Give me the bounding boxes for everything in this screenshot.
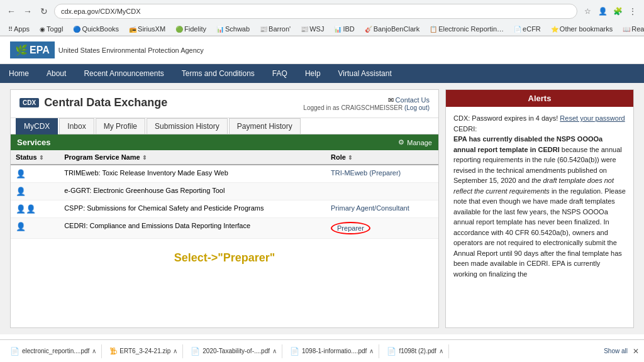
bookmark-label: Fidelity (184, 25, 206, 33)
bookmark-icon: 📻 (129, 26, 136, 33)
download-item[interactable]: 🗜ERT6_3-24-21.zip∧ (104, 344, 183, 358)
profile-button[interactable]: 👤 (596, 5, 609, 18)
extensions-button[interactable]: 🧩 (611, 5, 624, 18)
table-row: 👤CEDRI: Compliance and Emissions Data Re… (11, 218, 438, 239)
download-item[interactable]: 📄1098-1-informatio....pdf∧ (285, 344, 379, 358)
role-link[interactable]: Preparer (331, 224, 370, 232)
more-button[interactable]: ⋮ (626, 5, 639, 18)
bookmark-icon: 📋 (430, 26, 437, 33)
bookmark-item[interactable]: 📊IBD (331, 24, 357, 34)
status-cell: 👤 (11, 183, 59, 200)
page-content: 🌿 EPA United States Environmental Protec… (0, 36, 644, 361)
download-item[interactable]: 📄f1098t (2).pdf∧ (382, 344, 448, 358)
role-cell[interactable] (326, 183, 438, 200)
nav-item[interactable]: Home (0, 64, 38, 83)
program-name-cell: CSPP: Submissions for Chemical Safety an… (59, 200, 326, 218)
download-item[interactable]: 📄electronic_reportin....pdf∧ (5, 344, 102, 358)
download-bar: 📄electronic_reportin....pdf∧🗜ERT6_3-24-2… (0, 339, 644, 362)
table-row: 👤👤CSPP: Submissions for Chemical Safety … (11, 200, 438, 218)
bookmark-item[interactable]: ◉Toggl (36, 24, 66, 34)
bookmark-icon: 🎸 (365, 26, 372, 33)
bookmark-label: QuickBooks (82, 25, 119, 33)
bookmark-item[interactable]: 🟢Fidelity (172, 24, 209, 34)
gear-icon: ⚙ (398, 138, 404, 146)
tab-payment-history[interactable]: Payment History (229, 118, 301, 134)
download-filename: electronic_reportin....pdf (22, 348, 89, 354)
bookmark-item[interactable]: 📊Schwab (213, 24, 253, 34)
show-all-downloads-button[interactable]: Show all (604, 348, 628, 354)
role-sort-icon: ⇕ (348, 155, 353, 161)
download-chevron-button[interactable]: ∧ (439, 348, 443, 354)
program-col-header[interactable]: Program Service Name ⇕ (59, 150, 326, 165)
address-bar[interactable] (54, 4, 577, 19)
role-header-label: Role (331, 153, 346, 161)
bookmark-item[interactable]: 🎸BanjoBenClark (362, 24, 423, 34)
bookmark-label: IBD (343, 25, 354, 33)
nav-item[interactable]: Virtual Assistant (330, 64, 401, 83)
reset-password-link[interactable]: Reset your password (560, 114, 625, 122)
tab-my-profile[interactable]: My Profile (96, 118, 145, 134)
nav-item[interactable]: About (38, 64, 75, 83)
log-out-link[interactable]: (Log out) (404, 104, 430, 111)
epa-header: 🌿 EPA United States Environmental Protec… (0, 36, 644, 64)
logged-in-info: Logged in as CRAIGSCHMEISSER (Log out) (303, 104, 430, 111)
forward-button[interactable]: → (21, 5, 34, 18)
nav-item[interactable]: FAQ (264, 64, 296, 83)
bookmark-item[interactable]: ⭐Other bookmarks (548, 24, 616, 34)
role-col-header[interactable]: Role ⇕ (326, 150, 438, 165)
bookmark-item[interactable]: 📖Reading list (619, 24, 644, 34)
back-button[interactable]: ← (5, 5, 18, 18)
status-icon: 👤 (16, 169, 26, 178)
download-chevron-button[interactable]: ∧ (173, 348, 177, 354)
bookmark-item[interactable]: 📰WSJ (297, 24, 327, 34)
nav-item[interactable]: Help (296, 64, 330, 83)
tab-submission-history[interactable]: Submission History (147, 118, 228, 134)
role-link[interactable]: Primary Agent/Consultant (331, 204, 409, 212)
bookmark-label: Toggl (47, 25, 63, 33)
status-icon: 👤 (16, 187, 26, 196)
role-cell[interactable]: Primary Agent/Consultant (326, 200, 438, 218)
bookmark-label: Barron' (269, 25, 291, 33)
preparer-circle[interactable]: Preparer (331, 222, 370, 234)
program-header-label: Program Service Name (64, 153, 140, 161)
close-download-bar-button[interactable]: ✕ (633, 347, 639, 356)
bookmark-icon: 📰 (301, 26, 308, 33)
download-item[interactable]: 📄2020-Taxability-of-....pdf∧ (186, 344, 282, 358)
bookmark-icon: 📖 (623, 26, 630, 33)
bookmark-label: Apps (14, 25, 30, 33)
role-cell[interactable]: TRI-MEweb (Preparer) (326, 165, 438, 183)
bookmark-label: Other bookmarks (560, 25, 613, 33)
nav-item[interactable]: Recent Announcements (75, 64, 172, 83)
program-name-cell: CEDRI: Compliance and Emissions Data Rep… (59, 218, 326, 239)
nav-item[interactable]: Terms and Conditions (173, 64, 264, 83)
bookmark-item[interactable]: 📻SiriusXM (126, 24, 169, 34)
download-type-icon: 📄 (10, 347, 19, 356)
bookmark-icon: ◉ (40, 26, 45, 33)
role-cell[interactable]: Preparer (326, 218, 438, 239)
site-title: Central Data Exchange (44, 96, 167, 109)
download-chevron-button[interactable]: ∧ (369, 348, 374, 354)
tab-mycdx[interactable]: MyCDX (16, 118, 58, 134)
status-icon: 👤 (16, 222, 26, 231)
bookmark-label: BanjoBenClark (374, 25, 419, 33)
alerts-header: Alerts (446, 90, 633, 107)
envelope-icon: ✉ (388, 96, 396, 104)
contact-us-link[interactable]: Contact Us (396, 96, 430, 104)
download-chevron-button[interactable]: ∧ (92, 348, 96, 354)
bookmark-item[interactable]: 📋Electronic Reportin… (426, 24, 507, 34)
status-col-header[interactable]: Status ⇕ (11, 150, 59, 165)
download-chevron-button[interactable]: ∧ (272, 348, 277, 354)
tab-inbox[interactable]: Inbox (59, 118, 94, 134)
manage-button[interactable]: ⚙ Manage (398, 138, 432, 146)
bookmark-item[interactable]: 🔵QuickBooks (70, 24, 122, 34)
role-link[interactable]: TRI-MEweb (Preparer) (331, 169, 401, 177)
bookmark-star-button[interactable]: ☆ (581, 5, 594, 18)
bookmark-item[interactable]: 📄eCFR (511, 24, 544, 34)
status-icon: 👤👤 (16, 204, 36, 214)
manage-label: Manage (407, 139, 432, 146)
bookmark-item[interactable]: ⠿Apps (5, 24, 33, 34)
bookmark-item[interactable]: 📰Barron' (257, 24, 294, 34)
refresh-button[interactable]: ↻ (38, 5, 50, 18)
bookmark-icon: 📄 (514, 26, 521, 33)
cdx-logo: CDX (19, 98, 39, 107)
